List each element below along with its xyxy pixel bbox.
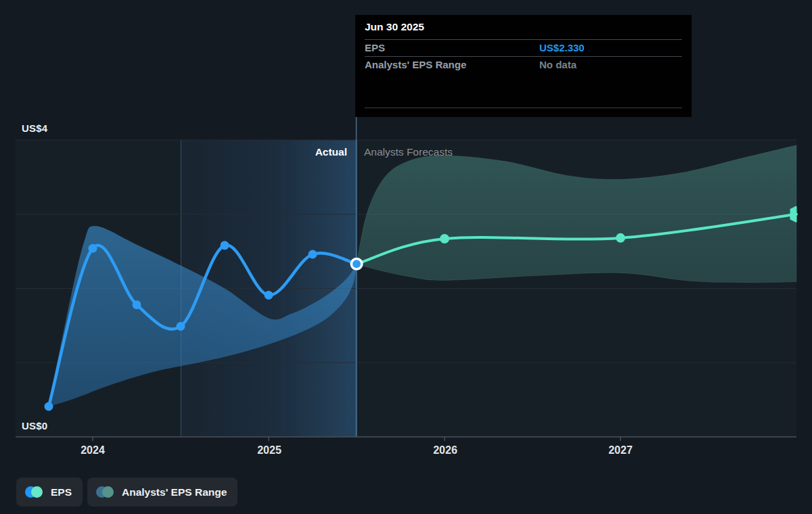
tooltip-range-value: No data [539, 57, 577, 73]
x-tick-label-2025: 2025 [242, 444, 296, 457]
legend-toggle-eps-range[interactable]: Analysts' EPS Range [87, 477, 238, 507]
eps-range-swatch-icon [96, 486, 114, 498]
actual-data-point[interactable] [309, 250, 317, 259]
chart-tooltip: Jun 30 2025 EPS US$2.330 Analysts' EPS R… [355, 15, 692, 117]
eps-swatch-icon [25, 486, 43, 498]
forecast-end-marker [791, 207, 796, 222]
x-tick-label-2026: 2026 [418, 444, 472, 457]
y-axis-label-top: US$4 [22, 122, 47, 134]
tooltip-row-eps: EPS US$2.330 [365, 40, 682, 57]
chart-legend: EPS Analysts' EPS Range [16, 477, 238, 507]
actual-data-point[interactable] [265, 291, 273, 300]
actual-section-label: Actual [223, 146, 347, 158]
tooltip-spacer [365, 73, 682, 108]
selected-data-point[interactable] [353, 260, 361, 268]
forecast-data-point[interactable] [440, 234, 449, 243]
legend-eps-range-label: Analysts' EPS Range [122, 486, 227, 498]
tooltip-date: Jun 30 2025 [365, 15, 682, 40]
actual-data-point[interactable] [133, 300, 141, 309]
tooltip-row-range: Analysts' EPS Range No data [365, 57, 682, 73]
legend-toggle-eps[interactable]: EPS [16, 477, 83, 507]
tooltip-eps-value: US$2.330 [539, 40, 585, 56]
actual-data-point[interactable] [221, 241, 229, 250]
actual-data-point[interactable] [45, 402, 53, 411]
swatch-circle [102, 486, 114, 498]
actual-data-point[interactable] [89, 244, 97, 253]
legend-eps-label: EPS [51, 486, 72, 498]
swatch-circle [31, 486, 43, 498]
y-axis-label-bottom: US$0 [22, 420, 47, 431]
x-tick-label-2027: 2027 [593, 444, 648, 457]
forecast-data-point[interactable] [616, 233, 625, 243]
tooltip-range-label: Analysts' EPS Range [365, 59, 466, 70]
tooltip-eps-label: EPS [365, 42, 385, 53]
actual-data-point[interactable] [177, 322, 185, 331]
x-tick-label-2024: 2024 [66, 444, 120, 457]
forecast-section-label: Analysts Forecasts [364, 146, 453, 158]
